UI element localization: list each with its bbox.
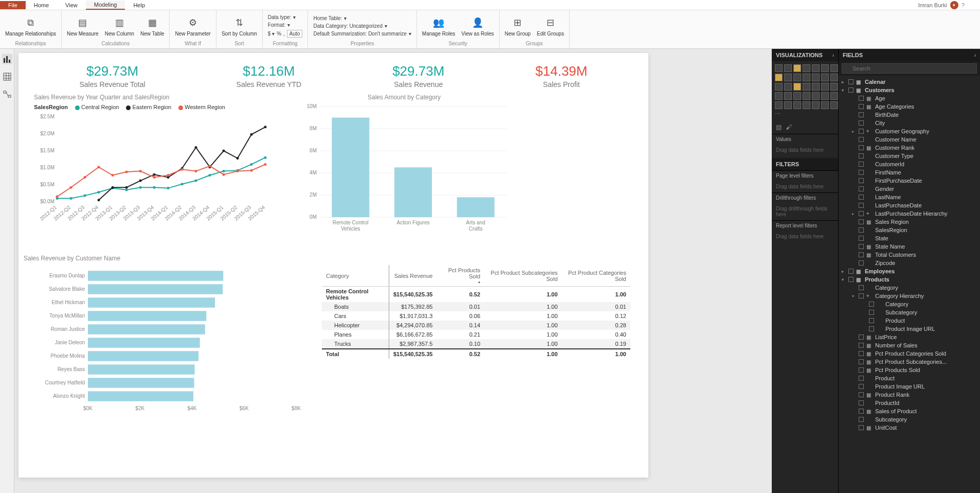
field-checkbox[interactable]	[859, 244, 864, 249]
kpi-card[interactable]: $29.73MSales Revenue Total	[79, 63, 145, 89]
new-measure-button[interactable]: ▤New Measure	[65, 14, 101, 38]
viz-type-icon[interactable]	[793, 64, 801, 72]
field-checkbox[interactable]	[859, 162, 864, 167]
field-item[interactable]: Product Image URL	[839, 325, 980, 333]
model-view-button[interactable]	[2, 89, 12, 99]
viz-type-icon[interactable]	[775, 64, 783, 72]
field-item[interactable]: ▦Total Customers	[839, 251, 980, 259]
field-item[interactable]: State	[839, 234, 980, 242]
field-checkbox[interactable]	[859, 425, 864, 430]
field-checkbox[interactable]	[859, 392, 864, 397]
menu-file[interactable]: File	[0, 1, 26, 9]
field-item[interactable]: Zipcode	[839, 259, 980, 267]
field-checkbox[interactable]	[848, 277, 854, 282]
viz-type-icon[interactable]	[784, 101, 792, 109]
viz-type-icon[interactable]	[812, 83, 820, 91]
kpi-card[interactable]: $29.73MSales Revenue	[392, 63, 444, 89]
field-item[interactable]: ▦Sales Region	[839, 218, 980, 226]
field-item[interactable]: FirstName	[839, 168, 980, 177]
report-view-button[interactable]	[2, 54, 12, 64]
viz-type-icon[interactable]	[803, 101, 810, 109]
fields-search-input[interactable]	[842, 63, 977, 74]
viz-type-icon[interactable]	[830, 74, 838, 81]
field-item[interactable]: Customer Type	[839, 152, 980, 160]
manage-relationships-button[interactable]: ⧉ Manage Relationships	[3, 14, 58, 38]
field-checkbox[interactable]	[859, 343, 864, 348]
field-checkbox[interactable]	[859, 285, 864, 290]
view-as-roles-button[interactable]: 👤View as Roles	[459, 14, 496, 38]
field-item[interactable]: ▦Product Rank	[839, 391, 980, 399]
field-checkbox[interactable]	[859, 367, 864, 373]
field-item[interactable]: ▦UnitCost	[839, 424, 980, 432]
field-checkbox[interactable]	[859, 400, 864, 406]
data-table[interactable]: CategorySales RevenuePct Products Sold▴P…	[322, 265, 630, 415]
viz-type-icon[interactable]	[775, 74, 783, 81]
field-checkbox[interactable]	[859, 351, 864, 356]
viz-type-icon[interactable]	[821, 64, 829, 72]
viz-type-icon[interactable]	[784, 64, 792, 72]
table-row[interactable]: Cars$1,917,031.30.061.000.12	[322, 311, 630, 321]
viz-type-icon[interactable]	[803, 83, 810, 91]
field-checkbox[interactable]	[859, 219, 864, 224]
viz-type-icon[interactable]	[812, 92, 820, 100]
data-type-dropdown[interactable]: Data type: ▾	[266, 14, 305, 21]
field-checkbox[interactable]	[859, 104, 864, 109]
viz-type-icon[interactable]	[775, 101, 783, 109]
field-item[interactable]: SalesRegion	[839, 226, 980, 234]
viz-type-icon[interactable]	[821, 101, 829, 109]
field-item[interactable]: ▦Customer Rank	[839, 144, 980, 152]
page-filters-drop[interactable]: Drag data fields here	[772, 181, 838, 192]
viz-type-icon[interactable]	[821, 83, 829, 91]
field-item[interactable]: ▾▦Products	[839, 275, 980, 284]
field-checkbox[interactable]	[859, 409, 864, 414]
field-item[interactable]: ▦Age	[839, 94, 980, 102]
table-row[interactable]: Planes$6,166,672.850.211.000.40	[322, 330, 630, 339]
field-item[interactable]: City	[839, 119, 980, 127]
comma-button[interactable]: ,	[283, 31, 285, 37]
field-checkbox[interactable]	[859, 96, 864, 101]
field-checkbox[interactable]	[859, 227, 864, 233]
field-checkbox[interactable]	[859, 186, 864, 191]
field-checkbox[interactable]	[859, 359, 864, 364]
table-header[interactable]: Pct Product Categories Sold	[562, 265, 630, 287]
field-item[interactable]: ▦Pct Product Categories Sold	[839, 349, 980, 358]
menu-modeling[interactable]: Modeling	[86, 1, 125, 10]
field-item[interactable]: ▸⌖LastPurchaseDate Hierarchy	[839, 209, 980, 218]
field-item[interactable]: Gender	[839, 185, 980, 193]
viz-type-icon[interactable]	[830, 101, 838, 109]
viz-type-icon[interactable]	[793, 83, 801, 91]
canvas[interactable]: $29.73MSales Revenue Total$12.16MSales R…	[14, 49, 772, 493]
edit-groups-button[interactable]: ⊟Edit Groups	[535, 14, 566, 38]
field-item[interactable]: Subcategory	[839, 415, 980, 424]
table-header[interactable]: Pct Products Sold▴	[437, 265, 484, 287]
fields-panel-header[interactable]: FIELDS›	[839, 49, 980, 61]
expand-icon[interactable]: ▾	[842, 88, 846, 93]
viz-type-icon[interactable]	[793, 74, 801, 81]
field-item[interactable]: Product	[839, 316, 980, 325]
line-chart[interactable]: Sales Revenue by Year Quarter and SalesR…	[34, 94, 276, 239]
field-item[interactable]: ▦ListPrice	[839, 333, 980, 341]
expand-icon[interactable]: ▸	[852, 212, 856, 216]
expand-icon[interactable]: ▾	[852, 294, 856, 298]
table-row[interactable]: Remote Control Vehicles$15,540,525.350.5…	[322, 287, 630, 303]
viz-type-icon[interactable]	[830, 92, 838, 100]
default-summarization-dropdown[interactable]: Default Summarization: Don't summarize ▾	[311, 30, 413, 37]
viz-type-icon[interactable]	[793, 101, 801, 109]
field-item[interactable]: LastName	[839, 193, 980, 201]
field-checkbox[interactable]	[869, 318, 874, 323]
expand-icon[interactable]: ▸	[852, 129, 856, 134]
field-checkbox[interactable]	[848, 79, 854, 84]
viz-type-icon[interactable]	[803, 64, 810, 72]
field-checkbox[interactable]	[859, 252, 864, 257]
field-checkbox[interactable]	[859, 153, 864, 159]
currency-button[interactable]: $ ▾	[268, 31, 275, 37]
sort-by-column-button[interactable]: ⇅Sort by Column	[220, 14, 259, 38]
field-item[interactable]: Product	[839, 374, 980, 382]
help-icon[interactable]: ?	[961, 2, 965, 8]
viz-type-icon[interactable]	[793, 92, 801, 100]
field-checkbox[interactable]	[859, 376, 864, 381]
field-checkbox[interactable]	[869, 310, 874, 315]
field-item[interactable]: Category	[839, 300, 980, 308]
field-item[interactable]: ▦Pct Products Sold	[839, 366, 980, 374]
fields-tab-icon[interactable]: ▤	[776, 124, 782, 131]
